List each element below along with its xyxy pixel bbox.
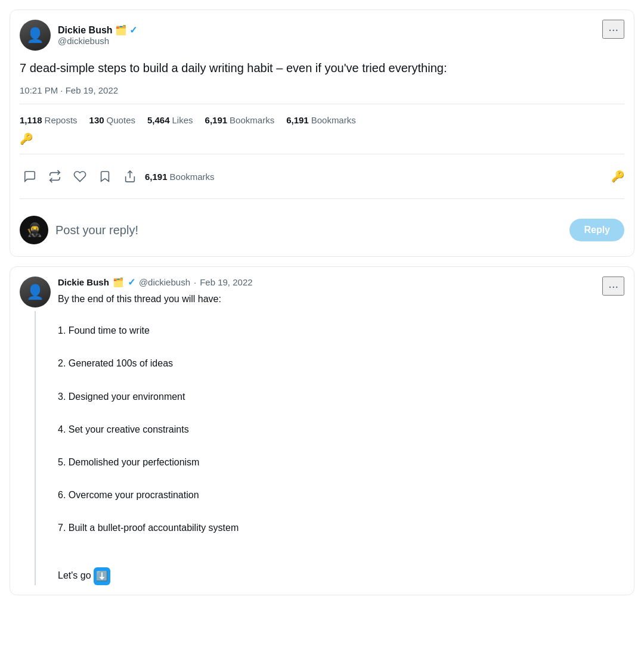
- thread-list-item-6: 6. Overcome your procrastination: [58, 487, 602, 503]
- author-emoji: 🗂️: [115, 24, 127, 36]
- likes-label: Likes: [172, 115, 193, 125]
- retweet-icon: [48, 170, 61, 183]
- thread-list-item-4: 4. Set your creative constraints: [58, 422, 602, 437]
- like-button[interactable]: [70, 166, 90, 187]
- action-bookmarks-stat: 6,191 Bookmarks: [145, 172, 215, 182]
- earn-icon: 🔑: [20, 133, 33, 145]
- bookmarks-count-2: 6,191: [286, 115, 309, 125]
- quotes-label: Quotes: [107, 115, 135, 125]
- tweet-timestamp: 10:21 PM · Feb 19, 2022: [20, 85, 624, 95]
- share-icon: [123, 170, 137, 183]
- thread-avatar-col: 👤: [20, 277, 51, 585]
- tweet-text: 7 dead-simple steps to build a daily wri…: [20, 59, 624, 77]
- more-options-button[interactable]: ···: [602, 20, 624, 39]
- thread-dot: ·: [194, 277, 196, 287]
- thread-tweet-card: 👤 Dickie Bush 🗂️ ✓ @dickiebush · Feb 19,…: [10, 266, 634, 595]
- thread-verified-badge: ✓: [128, 277, 135, 288]
- comment-button[interactable]: [20, 166, 40, 187]
- actions-row: 6,191 Bookmarks 🔑: [20, 163, 624, 190]
- retweet-button[interactable]: [45, 166, 65, 187]
- thread-list-item-7: 7. Built a bullet-proof accountability s…: [58, 520, 602, 536]
- reply-button[interactable]: Reply: [569, 219, 624, 241]
- stats-row: 1,118 Reposts 130 Quotes 5,464 Likes 6,1…: [20, 113, 624, 128]
- thread-author-emoji: 🗂️: [113, 277, 124, 288]
- thread-body: Dickie Bush 🗂️ ✓ @dickiebush · Feb 19, 2…: [58, 277, 602, 585]
- earn-icon-row: 🔑: [20, 132, 624, 145]
- like-icon: [73, 170, 86, 183]
- reposts-count: 1,118: [20, 115, 42, 125]
- divider-2: [20, 154, 624, 154]
- user-info: Dickie Bush 🗂️ ✓ @dickiebush: [58, 24, 137, 46]
- thread-avatar: 👤: [20, 277, 51, 307]
- reply-area: 🥷 Post your reply! Reply: [20, 207, 624, 247]
- thread-user-name-row: Dickie Bush 🗂️ ✓ @dickiebush · Feb 19, 2…: [58, 277, 602, 288]
- thread-tweet-text: By the end of this thread you will have:…: [58, 291, 602, 585]
- author-name: Dickie Bush: [58, 25, 113, 36]
- user-name-row: Dickie Bush 🗂️ ✓: [58, 24, 137, 36]
- thread-line: [35, 311, 36, 585]
- comment-icon: [23, 170, 36, 183]
- thread-tweet-left: 👤 Dickie Bush 🗂️ ✓ @dickiebush · Feb 19,…: [20, 277, 602, 585]
- thread-list-item-5: 5. Demolished your perfectionism: [58, 455, 602, 470]
- likes-stat: 5,464 Likes: [147, 115, 193, 125]
- quotes-count: 130: [89, 115, 104, 125]
- earn-icon-action: 🔑: [611, 170, 624, 183]
- verified-badge: ✓: [129, 24, 137, 36]
- thread-list-item-2: 2. Generated 100s of ideas: [58, 356, 602, 371]
- bookmarks-label-2: Bookmarks: [311, 115, 356, 125]
- quotes-stat: 130 Quotes: [89, 115, 135, 125]
- tweet-header-left: 👤 Dickie Bush 🗂️ ✓ @dickiebush: [20, 20, 137, 51]
- bookmark-button[interactable]: [95, 166, 115, 187]
- bookmarks-label-1: Bookmarks: [230, 115, 274, 125]
- thread-intro: By the end of this thread you will have:: [58, 294, 221, 304]
- thread-tweet-header: 👤 Dickie Bush 🗂️ ✓ @dickiebush · Feb 19,…: [20, 277, 624, 585]
- tweet-header: 👤 Dickie Bush 🗂️ ✓ @dickiebush ···: [20, 20, 624, 51]
- thread-footer: Let's go: [58, 570, 91, 580]
- avatar: 👤: [20, 20, 51, 51]
- bookmarks-count-1: 6,191: [205, 115, 228, 125]
- thread-footer-emoji: ⬇️: [94, 567, 110, 585]
- divider-1: [20, 104, 624, 104]
- bookmark-icon: [98, 170, 112, 183]
- thread-date: Feb 19, 2022: [200, 277, 252, 287]
- thread-author-name: Dickie Bush: [58, 277, 109, 287]
- reposts-label: Reposts: [45, 115, 78, 125]
- thread-author-handle: @dickiebush: [139, 277, 190, 287]
- likes-count: 5,464: [147, 115, 170, 125]
- bookmarks-stat-1: 6,191 Bookmarks: [205, 115, 275, 125]
- bookmarks-stat-2: 6,191 Bookmarks: [286, 115, 356, 125]
- author-handle: @dickiebush: [58, 36, 137, 46]
- divider-3: [20, 198, 624, 199]
- action-bookmarks-count: 6,191: [145, 172, 168, 182]
- reposts-stat: 1,118 Reposts: [20, 115, 78, 125]
- reply-avatar: 🥷: [20, 216, 48, 244]
- share-button[interactable]: [120, 166, 140, 187]
- thread-list-item-1: 1. Found time to write: [58, 323, 602, 338]
- reply-placeholder[interactable]: Post your reply!: [55, 223, 562, 237]
- thread-more-options-button[interactable]: ···: [602, 277, 624, 296]
- main-tweet-card: 👤 Dickie Bush 🗂️ ✓ @dickiebush ··· 7 dea…: [10, 10, 634, 257]
- thread-list-item-3: 3. Designed your environment: [58, 389, 602, 405]
- action-bookmarks-label: Bookmarks: [170, 172, 215, 182]
